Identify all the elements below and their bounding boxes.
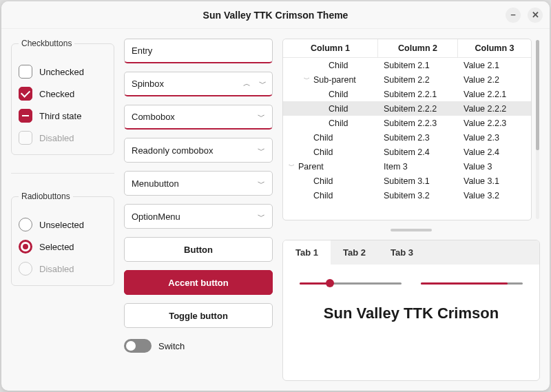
tree-col-1[interactable]: Column 1 <box>283 39 378 57</box>
tree-cell: Subitem 3.2 <box>378 188 458 203</box>
tree-cell: Subitem 2.2.3 <box>378 116 458 130</box>
tree-cell: Subitem 2.2 <box>378 72 458 87</box>
checkbox-indeterminate-icon <box>19 109 32 123</box>
menubutton[interactable]: Menubutton ﹀ <box>124 171 273 196</box>
expander-icon[interactable]: ﹀ <box>289 162 295 171</box>
chevron-down-icon[interactable]: ﹀ <box>258 112 265 122</box>
progressbar <box>421 278 523 288</box>
accent-button-label: Accent button <box>168 278 228 288</box>
check-label: Checked <box>39 89 74 99</box>
tree-item-label: Parent <box>298 162 324 172</box>
slider-knob-icon[interactable] <box>326 279 334 287</box>
table-row[interactable]: ChildSubitem 2.1Value 2.1 <box>283 58 531 72</box>
toggle-button[interactable]: Toggle button <box>124 303 273 328</box>
tree-cell: Value 2.4 <box>458 145 531 159</box>
tree-item-label: Child <box>313 176 333 186</box>
check-checked[interactable]: Checked <box>19 87 107 101</box>
tree-cell: Value 3.2 <box>458 188 531 203</box>
tree-cell: Value 2.3 <box>458 130 531 145</box>
tab-3[interactable]: Tab 3 <box>378 240 426 265</box>
readonly-combobox[interactable]: Readonly combobox ﹀ <box>124 138 273 163</box>
table-row[interactable]: ChildSubitem 2.3Value 2.3 <box>283 130 531 145</box>
optionmenu[interactable]: OptionMenu ﹀ <box>124 204 273 229</box>
readonly-combobox-value: Readonly combobox <box>132 145 214 156</box>
table-row[interactable]: ﹀Sub-parentSubitem 2.2Value 2.2 <box>283 72 531 87</box>
check-label: Disabled <box>39 133 74 143</box>
tree-cell: Subitem 2.2.1 <box>378 87 458 101</box>
minimize-button[interactable]: − <box>506 8 521 23</box>
radiobuttons-legend: Radiobuttons <box>19 192 73 201</box>
tree-col-2[interactable]: Column 2 <box>378 39 458 57</box>
check-label: Unchecked <box>39 67 84 77</box>
radio-label: Disabled <box>39 264 74 274</box>
table-row[interactable]: ChildSubitem 2.4Value 2.4 <box>283 145 531 159</box>
checkbuttons-legend: Checkbuttons <box>19 39 74 48</box>
radio-label: Unselected <box>39 220 84 230</box>
expander-icon[interactable]: ﹀ <box>304 75 311 84</box>
entry-value: Entry <box>132 45 152 56</box>
chevron-down-icon[interactable]: ﹀ <box>258 212 265 222</box>
tree-cell: Subitem 2.1 <box>378 58 458 72</box>
check-third-state[interactable]: Third state <box>19 109 107 123</box>
optionmenu-value: OptionMenu <box>132 212 180 222</box>
table-row[interactable]: ChildSubitem 2.2.3Value 2.2.3 <box>283 116 531 130</box>
table-row[interactable]: ChildSubitem 2.2.2Value 2.2.2 <box>283 101 531 116</box>
tree-col-3[interactable]: Column 3 <box>458 39 531 57</box>
menubutton-value: Menubutton <box>132 178 179 189</box>
tree-cell: Item 3 <box>378 159 458 174</box>
checkbox-checked-icon <box>19 87 32 101</box>
radio-unselected[interactable]: Unselected <box>19 218 107 231</box>
radio-icon <box>19 218 32 231</box>
table-row[interactable]: ChildSubitem 3.2Value 3.2 <box>283 188 531 203</box>
button-label: Button <box>184 245 213 255</box>
chevron-down-icon[interactable]: ﹀ <box>258 145 265 156</box>
chevron-down-icon[interactable]: ﹀ <box>258 178 265 189</box>
scale-slider[interactable] <box>300 278 402 288</box>
tab-title: Sun Valley TTK Crimson <box>300 305 523 322</box>
radiobuttons-group: Radiobuttons Unselected Selected Disable… <box>11 192 114 286</box>
combobox-input[interactable]: Combobox ﹀ <box>124 105 273 130</box>
tree-item-label: Child <box>313 133 333 143</box>
check-label: Third state <box>39 111 81 121</box>
spinbox-value: Spinbox <box>132 79 164 89</box>
radio-label: Selected <box>39 242 74 252</box>
tree-cell: Value 3.1 <box>458 174 531 188</box>
radio-disabled: Disabled <box>19 262 107 276</box>
switch-label: Switch <box>158 341 185 351</box>
entry-input[interactable]: Entry <box>124 39 273 63</box>
table-row[interactable]: ChildSubitem 2.2.1Value 2.2.1 <box>283 87 531 101</box>
pane-resize-handle[interactable] <box>391 229 432 231</box>
close-button[interactable]: ✕ <box>528 8 543 23</box>
chevron-up-icon[interactable]: ︿ <box>243 79 251 89</box>
scrollbar-thumb[interactable] <box>536 40 539 150</box>
button[interactable]: Button <box>124 237 273 262</box>
table-row[interactable]: ChildSubitem 3.1Value 3.1 <box>283 174 531 188</box>
accent-button[interactable]: Accent button <box>124 270 273 295</box>
radio-selected-icon <box>19 240 32 254</box>
scrollbar-vertical[interactable] <box>532 39 540 220</box>
checkbuttons-group: Checkbuttons Unchecked Checked Third sta… <box>11 39 114 155</box>
separator <box>11 173 114 174</box>
tab-2[interactable]: Tab 2 <box>331 240 378 265</box>
combobox-value: Combobox <box>132 112 175 122</box>
table-row[interactable]: ﹀ParentItem 3Value 3 <box>283 159 531 174</box>
spinbox-input[interactable]: Spinbox ︿ ﹀ <box>124 72 273 96</box>
tree-cell: Value 2.1 <box>458 58 531 72</box>
tree-cell: Subitem 2.3 <box>378 130 458 145</box>
tree-cell: Subitem 2.2.2 <box>378 101 458 116</box>
check-disabled: Disabled <box>19 131 107 145</box>
switch-toggle[interactable] <box>124 339 152 353</box>
check-unchecked[interactable]: Unchecked <box>19 65 107 79</box>
notebook: Tab 1 Tab 2 Tab 3 <box>282 240 540 381</box>
tree-cell: Subitem 2.4 <box>378 145 458 159</box>
tree-cell: Value 2.2.1 <box>458 87 531 101</box>
radio-selected[interactable]: Selected <box>19 240 107 254</box>
treeview[interactable]: Column 1 Column 2 Column 3 ChildSubitem … <box>282 39 532 220</box>
chevron-down-icon[interactable]: ﹀ <box>259 79 267 89</box>
tab-1[interactable]: Tab 1 <box>283 240 331 265</box>
tree-item-label: Sub-parent <box>313 75 356 85</box>
tree-item-label: Child <box>313 147 333 157</box>
radio-icon <box>19 262 32 276</box>
tree-item-label: Child <box>329 61 349 70</box>
tree-cell: Value 2.2.2 <box>458 101 531 116</box>
